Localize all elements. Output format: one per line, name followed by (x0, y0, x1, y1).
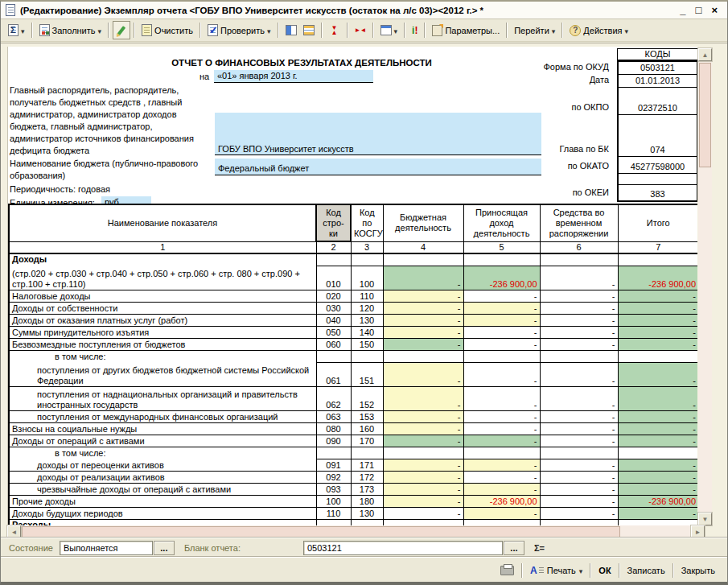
row-label[interactable]: (стр.020 + стр.030 + стр.040 + стр.050 +… (9, 266, 316, 290)
row-label[interactable]: доходы от переоценки активов (9, 459, 316, 471)
value-cell[interactable] (463, 253, 540, 266)
value-cell[interactable]: - (463, 326, 540, 338)
value-cell[interactable]: - (383, 459, 463, 471)
blank-more-button[interactable]: ... (504, 541, 524, 555)
value-cell[interactable]: - (540, 471, 618, 483)
value-cell[interactable]: - (383, 266, 463, 290)
value-cell[interactable] (618, 253, 697, 266)
value-cell[interactable] (618, 350, 697, 362)
value-cell[interactable]: - (540, 302, 618, 314)
row-label[interactable]: поступления от международных финансовых … (9, 410, 316, 422)
column-header[interactable]: Код по КОСГУ (351, 204, 383, 241)
row-label[interactable]: Взносы на социальные нужды (9, 422, 316, 435)
row-label[interactable]: чрезвычайные доходы от операций с актива… (9, 483, 316, 495)
row-code-cell[interactable]: 172 (351, 471, 383, 483)
row-code-cell[interactable] (316, 519, 351, 525)
row-label[interactable]: доходы от реализации активов (9, 471, 316, 483)
column-header[interactable]: Итого (618, 204, 697, 241)
value-cell[interactable] (383, 519, 463, 525)
code-value[interactable] (619, 174, 697, 185)
column-header[interactable]: Средства во временном распоряжении (540, 204, 618, 241)
value-cell[interactable]: - (463, 507, 540, 519)
row-code-cell[interactable] (351, 253, 383, 266)
value-cell[interactable]: - (463, 386, 540, 410)
quick-print-button[interactable] (495, 563, 520, 578)
fill-button[interactable]: Заполнить (36, 21, 105, 39)
value-cell[interactable]: - (540, 338, 618, 350)
value-cell[interactable] (463, 350, 540, 362)
row-label[interactable]: поступления от наднациональных организац… (9, 386, 316, 410)
row-code-cell[interactable]: 090 (316, 435, 351, 447)
collapse-rows-button[interactable]: ▼▲ (326, 21, 343, 39)
column-header[interactable]: Наименование показателя (9, 204, 316, 241)
value-cell[interactable]: - (383, 314, 463, 326)
row-code-cell[interactable]: 020 (316, 290, 351, 302)
value-cell[interactable]: - (463, 314, 540, 326)
scroll-down-button[interactable] (698, 513, 712, 525)
value-cell[interactable]: - (540, 266, 618, 290)
code-value[interactable]: 383 (619, 185, 697, 200)
column-header[interactable]: Приносящая доход деятельность (463, 204, 540, 241)
row-code-cell[interactable]: 140 (351, 326, 383, 338)
code-value[interactable]: 074 (619, 115, 697, 157)
scroll-right-button[interactable] (691, 525, 705, 538)
value-cell[interactable]: - (383, 362, 463, 386)
row-code-cell[interactable] (316, 447, 351, 459)
row-code-cell[interactable]: 120 (351, 302, 383, 314)
row-label[interactable]: Доходы от оказания платных услуг (работ) (9, 314, 316, 326)
row-code-cell[interactable]: 062 (316, 386, 351, 410)
row-code-cell[interactable]: 010 (316, 266, 351, 290)
value-cell[interactable] (618, 519, 697, 525)
row-code-cell[interactable]: 153 (351, 410, 383, 422)
row-code-cell[interactable]: 160 (351, 422, 383, 435)
clear-button[interactable]: Очистить (138, 21, 196, 39)
row-code-cell[interactable]: 130 (351, 507, 383, 519)
row-label[interactable]: Прочие доходы (9, 495, 316, 507)
row-label[interactable]: в том числе: (9, 447, 316, 459)
value-cell[interactable]: - (463, 422, 540, 435)
cells-view-button[interactable] (282, 21, 300, 39)
row-label[interactable]: поступления от других бюджетов бюджетной… (9, 362, 316, 386)
row-code-cell[interactable]: 080 (316, 422, 351, 435)
value-cell[interactable]: - (540, 326, 618, 338)
value-cell[interactable]: - (383, 290, 463, 302)
value-cell[interactable] (383, 253, 463, 266)
row-code-cell[interactable]: 150 (351, 338, 383, 350)
save-button[interactable]: Записать (622, 563, 671, 578)
value-cell[interactable]: - (618, 422, 697, 435)
row-code-cell[interactable]: 061 (316, 362, 351, 386)
close-form-button[interactable]: Закрыть (676, 563, 721, 578)
value-cell[interactable]: - (540, 290, 618, 302)
value-cell[interactable]: - (383, 338, 463, 350)
check-button[interactable]: Проверить (204, 21, 274, 39)
value-cell[interactable]: - (383, 483, 463, 495)
value-cell[interactable] (463, 519, 540, 525)
row-code-cell[interactable]: 110 (316, 507, 351, 519)
value-cell[interactable]: - (383, 422, 463, 435)
value-cell[interactable]: - (540, 507, 618, 519)
value-cell[interactable]: - (540, 435, 618, 447)
value-cell[interactable]: - (383, 386, 463, 410)
value-cell[interactable]: - (618, 507, 697, 519)
row-code-cell[interactable]: 063 (316, 410, 351, 422)
column-header[interactable]: Код стро- ки (316, 204, 351, 241)
row-code-cell[interactable]: 110 (351, 290, 383, 302)
value-cell[interactable]: -236 900,00 (618, 495, 697, 507)
value-cell[interactable]: - (383, 495, 463, 507)
value-cell[interactable]: - (618, 410, 697, 422)
value-cell[interactable]: - (463, 459, 540, 471)
scroll-up-button[interactable] (698, 48, 712, 61)
horizontal-scrollbar[interactable] (7, 525, 705, 538)
rows-view-button[interactable] (300, 21, 318, 39)
value-cell[interactable] (463, 447, 540, 459)
row-label[interactable]: Налоговые доходы (9, 290, 316, 302)
value-cell[interactable]: - (463, 410, 540, 422)
row-code-cell[interactable]: 151 (351, 362, 383, 386)
value-cell[interactable] (540, 519, 618, 525)
row-code-cell[interactable] (351, 519, 383, 525)
row-label[interactable]: Доходы будущих периодов (9, 507, 316, 519)
row-label[interactable]: Доходы от операций с активами (9, 435, 316, 447)
row-code-cell[interactable]: 092 (316, 471, 351, 483)
value-cell[interactable]: - (540, 314, 618, 326)
value-cell[interactable]: - (463, 483, 540, 495)
